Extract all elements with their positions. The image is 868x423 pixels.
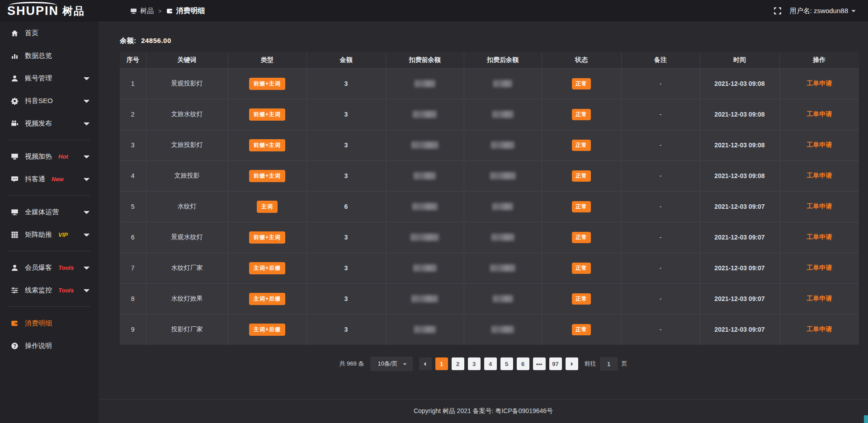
- cell-amount: 3: [307, 130, 386, 160]
- page-button-1[interactable]: 1: [435, 357, 448, 370]
- sidebar-item-matrix-boost[interactable]: 矩阵助推VIP: [0, 223, 99, 246]
- cell-time: 2021-12-03 09:07: [700, 253, 779, 283]
- cell-balance-before: [386, 253, 464, 283]
- sidebar-item-home[interactable]: 首页: [0, 22, 99, 44]
- user-menu[interactable]: 用户名: zswodun88: [790, 7, 856, 15]
- page-button-97[interactable]: 97: [549, 357, 562, 370]
- masked-balance-before: [411, 295, 438, 302]
- ticket-apply-link[interactable]: 工单申请: [807, 172, 832, 179]
- sidebar-item-data-overview[interactable]: 数据总览: [0, 44, 99, 67]
- sidebar-item-account-manage[interactable]: 账号管理: [0, 67, 99, 89]
- cell-time: 2021-12-03 09:08: [700, 68, 779, 99]
- fullscreen-icon[interactable]: [774, 7, 782, 15]
- status-badge: 正常: [572, 109, 591, 120]
- breadcrumb-item-current[interactable]: 消费明细: [166, 6, 205, 16]
- breadcrumb-label: 树品: [140, 7, 154, 15]
- page-button-5[interactable]: 5: [500, 357, 513, 370]
- cell-keyword: 文旅投影: [146, 160, 228, 191]
- monitor-icon: [11, 208, 19, 216]
- video-icon: [11, 120, 19, 127]
- sidebar-item-consume-detail[interactable]: 消费明细: [0, 312, 99, 334]
- cell-balance-after: [464, 130, 542, 160]
- cell-balance-after: [464, 253, 542, 283]
- masked-balance-after: [490, 264, 515, 272]
- masked-balance-before: [414, 326, 436, 333]
- pagination: 共 969 条 10条/页 123456•••97 前往 1 页: [99, 357, 868, 371]
- breadcrumb-item-home[interactable]: 树品: [130, 7, 154, 15]
- sidebar-item-clue-monitor[interactable]: 线索监控Tools: [0, 279, 99, 301]
- ticket-apply-link[interactable]: 工单申请: [807, 264, 832, 271]
- balance-label: 余额:: [120, 37, 137, 44]
- cell-amount: 6: [307, 191, 386, 222]
- cell-amount: 3: [307, 314, 386, 345]
- column-header: 金额: [307, 52, 386, 68]
- wallet-icon: [11, 320, 19, 327]
- ticket-apply-link[interactable]: 工单申请: [807, 110, 832, 118]
- goto-page-input[interactable]: 1: [600, 357, 618, 371]
- masked-balance-after: [492, 111, 514, 118]
- cell-index: 3: [120, 130, 146, 160]
- cell-action: 工单申请: [779, 68, 859, 99]
- masked-balance-after: [491, 141, 514, 149]
- ticket-apply-link[interactable]: 工单申请: [807, 295, 832, 302]
- sidebar-item-douyin-seo[interactable]: 抖音SEO: [0, 89, 99, 112]
- cell-type: 前缀+主词: [228, 99, 307, 130]
- cell-remark: -: [621, 99, 700, 130]
- status-badge: 正常: [572, 232, 591, 243]
- ticket-apply-link[interactable]: 工单申请: [807, 202, 832, 210]
- sidebar-item-douketong[interactable]: 抖客通New: [0, 168, 99, 190]
- cell-time: 2021-12-03 09:08: [700, 160, 779, 191]
- scrollbar-thumb[interactable]: [864, 415, 868, 423]
- column-header: 操作: [779, 52, 859, 68]
- sidebar-item-flag: New: [52, 176, 64, 183]
- cell-type: 主词+后缀: [228, 314, 307, 345]
- gear-icon: [11, 97, 19, 105]
- ticket-apply-link[interactable]: 工单申请: [807, 141, 832, 148]
- cell-type: 主词+后缀: [228, 283, 307, 314]
- masked-balance-before: [412, 203, 438, 210]
- pager-ellipsis-button[interactable]: •••: [533, 357, 546, 370]
- cell-index: 2: [120, 99, 146, 130]
- cell-index: 9: [120, 314, 146, 345]
- ticket-apply-link[interactable]: 工单申请: [807, 233, 832, 240]
- masked-balance-before: [413, 264, 437, 272]
- sidebar-item-operation-guide[interactable]: 操作说明: [0, 334, 99, 357]
- status-badge: 正常: [572, 324, 591, 335]
- sidebar-item-member-leads[interactable]: 会员爆客Tools: [0, 256, 99, 279]
- page-button-6[interactable]: 6: [517, 357, 529, 370]
- column-header: 序号: [120, 52, 146, 68]
- cell-status: 正常: [542, 160, 621, 191]
- cell-type: 主词: [228, 191, 307, 222]
- main-content: 余额: 24856.00 序号关键词类型金额扣费前余额扣费后余额状态备注时间操作…: [99, 22, 868, 399]
- next-page-button[interactable]: [566, 357, 578, 370]
- cell-remark: -: [621, 314, 700, 345]
- status-badge: 正常: [572, 140, 591, 151]
- prev-page-button[interactable]: [419, 357, 432, 370]
- page-size-select[interactable]: 10条/页: [370, 357, 412, 371]
- type-badge: 主词: [257, 201, 278, 213]
- home-icon: [11, 29, 19, 37]
- column-header: 时间: [700, 52, 779, 68]
- page-button-3[interactable]: 3: [468, 357, 481, 370]
- sidebar-item-label: 数据总览: [25, 52, 52, 60]
- sidebar-item-flag: Hot: [58, 153, 68, 160]
- page-button-4[interactable]: 4: [484, 357, 497, 370]
- cell-keyword: 文旅水纹灯: [146, 99, 228, 130]
- sidebar-item-video-publish[interactable]: 视频发布: [0, 112, 99, 135]
- sidebar-item-label: 视频发布: [25, 119, 52, 128]
- table-row: 2文旅水纹灯前缀+主词3正常-2021-12-03 09:08工单申请: [120, 99, 859, 130]
- chevron-down-icon: [402, 362, 407, 367]
- page-button-2[interactable]: 2: [452, 357, 464, 370]
- goto-suffix: 页: [622, 360, 627, 368]
- sidebar-divider: [8, 195, 90, 196]
- masked-balance-after: [493, 295, 513, 302]
- chevron-down-icon: [851, 8, 856, 14]
- user-icon: [11, 264, 19, 272]
- cell-status: 正常: [542, 314, 621, 345]
- sidebar-item-media-operation[interactable]: 全媒体运营: [0, 201, 99, 223]
- sidebar-item-video-heat[interactable]: 视频加热Hot: [0, 145, 99, 168]
- ticket-apply-link[interactable]: 工单申请: [807, 325, 832, 333]
- cell-amount: 3: [307, 253, 386, 283]
- ticket-apply-link[interactable]: 工单申请: [807, 80, 832, 87]
- cell-keyword: 景观水纹灯: [146, 222, 228, 253]
